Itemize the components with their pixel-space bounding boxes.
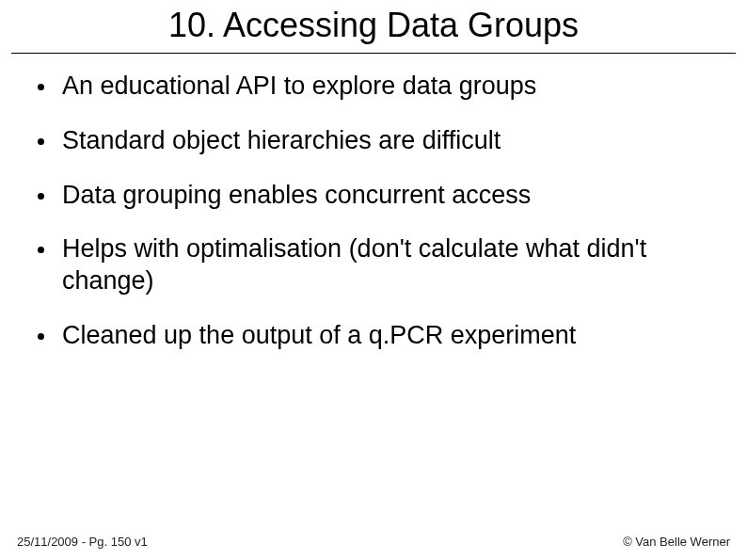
list-item: Helps with optimalisation (don't calcula…	[34, 233, 713, 297]
list-item: Cleaned up the output of a q.PCR experim…	[34, 320, 713, 352]
footer-left: 25/11/2009 - Pg. 150 v1	[17, 535, 148, 549]
slide-title: 10. Accessing Data Groups	[0, 0, 747, 53]
slide-content: An educational API to explore data group…	[0, 54, 747, 352]
list-item: Standard object hierarchies are difficul…	[34, 125, 713, 157]
slide-footer: 25/11/2009 - Pg. 150 v1 © Van Belle Wern…	[0, 535, 747, 549]
slide: 10. Accessing Data Groups An educational…	[0, 0, 747, 560]
bullet-list: An educational API to explore data group…	[34, 71, 713, 352]
list-item: Data grouping enables concurrent access	[34, 180, 713, 212]
footer-right: © Van Belle Werner	[623, 535, 730, 549]
list-item: An educational API to explore data group…	[34, 71, 713, 103]
